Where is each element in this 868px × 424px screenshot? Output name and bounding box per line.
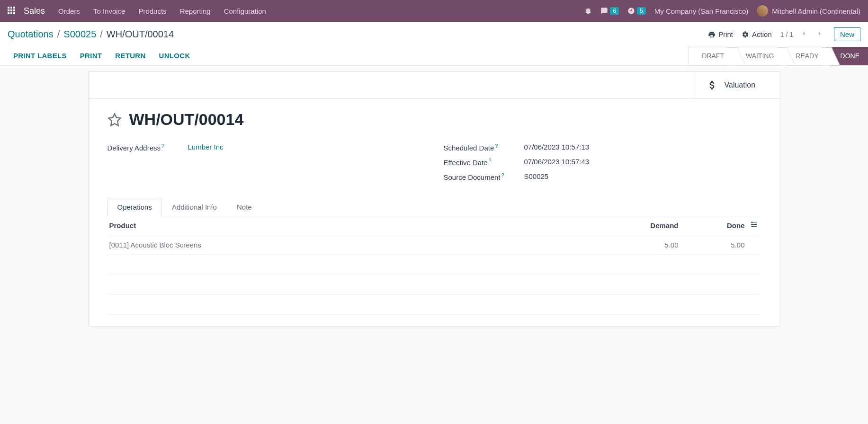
debug-icon[interactable] <box>584 7 592 15</box>
chevron-right-icon <box>816 30 823 37</box>
svg-point-0 <box>751 221 752 223</box>
col-done[interactable]: Done <box>680 216 747 235</box>
form-sheet: Valuation WH/OUT/00014 Delivery Address?… <box>88 71 780 327</box>
button-box: Valuation <box>89 72 780 99</box>
valuation-button[interactable]: Valuation <box>695 72 780 98</box>
messages-icon[interactable]: 6 <box>600 7 619 15</box>
print-icon <box>708 31 716 38</box>
effective-date-label: Effective Date? <box>444 158 524 167</box>
avatar <box>757 5 768 17</box>
company-switcher[interactable]: My Company (San Francisco) <box>654 7 748 15</box>
print-button[interactable]: PRINT <box>80 52 102 60</box>
user-menu[interactable]: Mitchell Admin (Continental) <box>757 5 860 17</box>
app-brand[interactable]: Sales <box>24 6 45 16</box>
nav-to-invoice[interactable]: To Invoice <box>93 7 125 15</box>
source-document-value: S00025 <box>524 172 761 181</box>
svg-point-2 <box>752 226 753 228</box>
new-button[interactable]: New <box>834 27 860 41</box>
activities-icon[interactable]: 5 <box>627 7 646 15</box>
record-title: WH/OUT/00014 <box>129 110 244 129</box>
main-navbar: Sales Orders To Invoice Products Reporti… <box>0 0 868 22</box>
delivery-address-label: Delivery Address? <box>107 143 188 152</box>
tabs: Operations Additional Info Note <box>107 197 761 216</box>
breadcrumb-quotations[interactable]: Quotations <box>8 29 54 40</box>
pager-next[interactable] <box>814 28 825 41</box>
print-dropdown[interactable]: Print <box>708 30 733 38</box>
return-button[interactable]: RETURN <box>115 52 145 60</box>
messages-badge: 6 <box>610 7 619 15</box>
table-row-empty <box>107 275 761 295</box>
table-row[interactable]: [0011] Acoustic Bloc Screens 5.00 5.00 <box>107 235 761 255</box>
effective-date-value: 07/06/2023 10:57:43 <box>524 158 761 167</box>
help-icon[interactable]: ? <box>495 143 498 149</box>
breadcrumb: Quotations / S00025 / WH/OUT/00014 <box>8 29 708 40</box>
table-row-empty <box>107 295 761 315</box>
col-product[interactable]: Product <box>107 216 614 235</box>
gear-icon <box>742 31 749 38</box>
user-name: Mitchell Admin (Continental) <box>772 7 860 15</box>
pager-value[interactable]: 1 / 1 <box>780 31 793 38</box>
chevron-left-icon <box>800 30 807 37</box>
priority-star-icon[interactable] <box>107 113 122 127</box>
action-buttons: PRINT LABELS PRINT RETURN UNLOCK <box>0 47 688 65</box>
breadcrumb-sep: / <box>57 29 60 40</box>
help-icon[interactable]: ? <box>501 172 504 178</box>
statusbar: DRAFT WAITING READY DONE <box>688 47 868 65</box>
source-document-label: Source Document? <box>444 172 524 181</box>
pager: 1 / 1 <box>780 28 825 41</box>
control-panel: Quotations / S00025 / WH/OUT/00014 Print… <box>0 22 868 66</box>
action-dropdown[interactable]: Action <box>742 30 772 38</box>
help-icon[interactable]: ? <box>161 143 164 149</box>
delivery-address-value[interactable]: Lumber Inc <box>188 143 425 152</box>
tab-note[interactable]: Note <box>227 198 262 216</box>
breadcrumb-order[interactable]: S00025 <box>63 29 96 40</box>
cell-demand: 5.00 <box>614 235 680 255</box>
help-icon[interactable]: ? <box>489 158 492 163</box>
pager-prev[interactable] <box>798 28 809 41</box>
nav-configuration[interactable]: Configuration <box>224 7 266 15</box>
nav-orders[interactable]: Orders <box>58 7 80 15</box>
tab-additional-info[interactable]: Additional Info <box>162 198 227 216</box>
print-labels-button[interactable]: PRINT LABELS <box>13 52 67 60</box>
valuation-label: Valuation <box>725 81 756 89</box>
svg-point-1 <box>754 224 755 225</box>
nav-reporting[interactable]: Reporting <box>180 7 211 15</box>
apps-icon[interactable] <box>8 7 16 15</box>
scheduled-date-label: Scheduled Date? <box>444 143 524 152</box>
activities-badge: 5 <box>637 7 646 15</box>
cell-product: [0011] Acoustic Bloc Screens <box>107 235 614 255</box>
table-row-empty <box>107 255 761 275</box>
operations-table: Product Demand Done [0011] Acoustic Bloc… <box>107 216 761 315</box>
settings-icon <box>750 221 758 229</box>
unlock-button[interactable]: UNLOCK <box>159 52 190 60</box>
breadcrumb-sep: / <box>100 29 103 40</box>
col-options[interactable] <box>747 216 761 235</box>
nav-products[interactable]: Products <box>138 7 166 15</box>
tab-operations[interactable]: Operations <box>107 198 162 216</box>
breadcrumb-current: WH/OUT/00014 <box>107 29 174 40</box>
col-demand[interactable]: Demand <box>614 216 680 235</box>
cell-done: 5.00 <box>680 235 747 255</box>
scheduled-date-value: 07/06/2023 10:57:13 <box>524 143 761 152</box>
status-draft[interactable]: DRAFT <box>688 47 733 65</box>
dollar-icon <box>707 80 718 91</box>
